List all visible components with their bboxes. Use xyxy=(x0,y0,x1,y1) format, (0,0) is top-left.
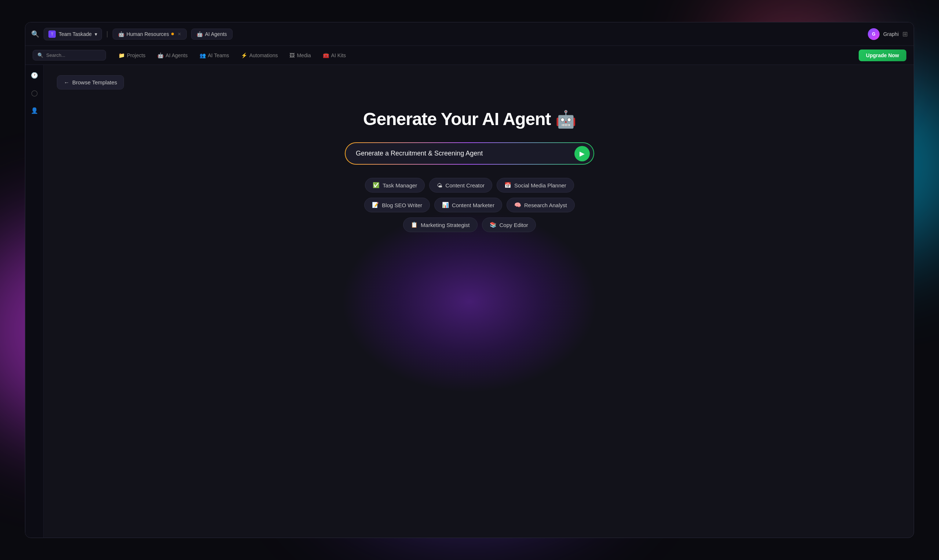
research-analyst-label: Research Analyst xyxy=(524,202,567,208)
main-content: Generate Your AI Agent 🤖 ▶ ✅ xyxy=(25,109,914,232)
robot-emoji: 🤖 xyxy=(555,110,576,129)
search-icon[interactable]: 🔍 xyxy=(31,30,39,38)
agents-tab-icon: 🤖 xyxy=(197,31,203,37)
task-manager-label: Task Manager xyxy=(383,182,417,189)
nav-item-ai-kits[interactable]: 🧰 AI Kits xyxy=(318,50,351,60)
projects-icon: 📁 xyxy=(119,52,125,58)
nav-item-ai-agents[interactable]: 🤖 AI Agents xyxy=(152,50,193,60)
clock-icon[interactable]: 🕐 xyxy=(29,69,40,81)
grid-icon[interactable]: ⊞ xyxy=(902,30,908,38)
tab-human-resources[interactable]: 🤖 Human Resources ✕ xyxy=(112,29,187,40)
workspace-icon: T xyxy=(48,31,56,38)
chips-row-3: 📋 Marketing Strategist 📚 Copy Editor xyxy=(403,217,536,232)
search-bar[interactable]: 🔍 Search... xyxy=(32,50,106,60)
media-icon: 🖼 xyxy=(289,52,294,58)
back-arrow-icon: ← xyxy=(64,79,69,85)
chip-marketing-strategist[interactable]: 📋 Marketing Strategist xyxy=(403,217,477,232)
chip-content-creator[interactable]: 🌤 Content Creator xyxy=(429,178,492,192)
generate-input-container: ▶ xyxy=(345,142,594,165)
ai-kits-label: AI Kits xyxy=(331,52,346,58)
marketing-strategist-emoji: 📋 xyxy=(411,222,418,228)
upgrade-button[interactable]: Upgrade Now xyxy=(859,49,907,61)
ai-kits-icon: 🧰 xyxy=(323,52,329,58)
ai-teams-icon: 👥 xyxy=(200,52,206,58)
marketing-strategist-label: Marketing Strategist xyxy=(421,222,469,228)
chips-row-1: ✅ Task Manager 🌤 Content Creator 📅 Socia… xyxy=(365,178,574,192)
nav-item-media[interactable]: 🖼 Media xyxy=(284,50,316,60)
automations-label: Automations xyxy=(249,52,278,58)
circle-icon[interactable]: ◯ xyxy=(29,87,40,98)
generate-input[interactable] xyxy=(346,143,593,164)
hr-tab-dot xyxy=(171,32,174,35)
browse-templates-button[interactable]: ← Browse Templates xyxy=(57,75,124,89)
nav-item-ai-teams[interactable]: 👥 AI Teams xyxy=(194,50,234,60)
submit-icon: ▶ xyxy=(580,150,585,158)
hr-tab-icon: 🤖 xyxy=(118,31,124,37)
user-name: Graphi xyxy=(883,31,899,37)
main-window: 🔍 T Team Taskade ▾ | 🤖 Human Resources ✕… xyxy=(25,22,914,538)
research-analyst-emoji: 🧠 xyxy=(514,202,521,208)
content-marketer-label: Content Marketer xyxy=(452,202,494,208)
copy-editor-emoji: 📚 xyxy=(490,222,497,228)
chip-social-media-planner[interactable]: 📅 Social Media Planner xyxy=(497,178,574,192)
blog-seo-writer-label: Blog SEO Writer xyxy=(382,202,422,208)
ai-agents-icon: 🤖 xyxy=(157,52,163,58)
browse-templates-label: Browse Templates xyxy=(72,79,117,85)
content-area: 🕐 ◯ 👤 ← Browse Templates Generate Your A… xyxy=(25,65,914,538)
task-manager-emoji: ✅ xyxy=(373,182,380,189)
workspace-chevron: ▾ xyxy=(95,31,97,37)
page-title-text: Generate Your AI Agent xyxy=(363,109,551,129)
hr-tab-close[interactable]: ✕ xyxy=(177,32,181,37)
tab-ai-agents[interactable]: 🤖 AI Agents xyxy=(191,29,232,40)
chip-task-manager[interactable]: ✅ Task Manager xyxy=(365,178,425,192)
top-bar-right: G Graphi ⊞ xyxy=(868,28,908,40)
workspace-label: Team Taskade xyxy=(59,31,92,37)
center-glow xyxy=(341,210,598,393)
nav-bar: 🔍 Search... 📁 Projects 🤖 AI Agents 👥 AI … xyxy=(25,46,914,65)
divider-icon: | xyxy=(106,30,108,38)
content-creator-label: Content Creator xyxy=(445,182,485,189)
copy-editor-label: Copy Editor xyxy=(500,222,528,228)
chips-container: ✅ Task Manager 🌤 Content Creator 📅 Socia… xyxy=(364,178,574,232)
media-label: Media xyxy=(297,52,311,58)
search-icon-nav: 🔍 xyxy=(37,52,43,58)
hr-tab-label: Human Resources xyxy=(126,31,169,37)
agents-tab-label: AI Agents xyxy=(205,31,227,37)
avatar: G xyxy=(868,28,880,40)
ai-agents-label: AI Agents xyxy=(166,52,188,58)
social-media-planner-label: Social Media Planner xyxy=(514,182,566,189)
content-creator-emoji: 🌤 xyxy=(437,182,442,189)
automations-icon: ⚡ xyxy=(241,52,247,58)
ai-teams-label: AI Teams xyxy=(208,52,229,58)
generate-input-border xyxy=(345,142,594,165)
chip-research-analyst[interactable]: 🧠 Research Analyst xyxy=(506,198,575,212)
blog-seo-writer-emoji: 📝 xyxy=(372,202,379,208)
nav-item-projects[interactable]: 📁 Projects xyxy=(113,50,151,60)
search-placeholder: Search... xyxy=(46,52,65,58)
top-bar: 🔍 T Team Taskade ▾ | 🤖 Human Resources ✕… xyxy=(25,22,914,46)
generate-input-inner xyxy=(346,143,593,164)
chips-row-2: 📝 Blog SEO Writer 📊 Content Marketer 🧠 R… xyxy=(364,198,574,212)
projects-label: Projects xyxy=(127,52,146,58)
chip-copy-editor[interactable]: 📚 Copy Editor xyxy=(482,217,536,232)
workspace-selector[interactable]: T Team Taskade ▾ xyxy=(44,28,102,40)
submit-button[interactable]: ▶ xyxy=(574,146,590,162)
chip-blog-seo-writer[interactable]: 📝 Blog SEO Writer xyxy=(364,198,430,212)
content-marketer-emoji: 📊 xyxy=(442,202,449,208)
nav-item-automations[interactable]: ⚡ Automations xyxy=(236,50,283,60)
page-title: Generate Your AI Agent 🤖 xyxy=(363,109,576,129)
chip-content-marketer[interactable]: 📊 Content Marketer xyxy=(434,198,502,212)
social-media-planner-emoji: 📅 xyxy=(504,182,511,189)
